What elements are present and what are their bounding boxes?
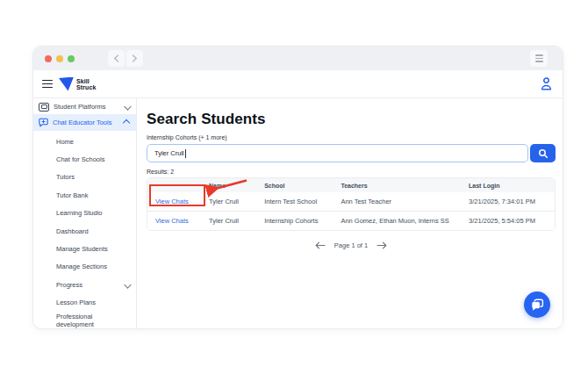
results-table: Name School Teachers Last Login View Cha… <box>147 177 556 231</box>
user-icon <box>540 76 553 91</box>
close-window-button[interactable] <box>45 55 52 62</box>
sidebar-item-home[interactable]: Home <box>33 133 136 150</box>
traffic-lights <box>45 55 75 62</box>
sidebar: Student Platforms Chat Educator Tools Ho… <box>33 98 137 328</box>
chevron-down-icon <box>124 103 131 110</box>
search-button[interactable] <box>530 144 556 162</box>
search-input[interactable]: Tyler Crull <box>147 144 528 162</box>
forward-icon <box>132 54 138 62</box>
cell-school: Internship Cohorts <box>264 217 341 225</box>
sidebar-item-label: Chat Educator Tools <box>53 119 111 126</box>
cell-teachers: Ann Gomez, Ethan Muon, Interns SS <box>341 217 469 225</box>
chat-launcher-icon <box>531 299 544 312</box>
pagination: Page 1 of 1 <box>147 241 556 249</box>
prev-page-button[interactable] <box>315 241 326 249</box>
cell-school: Intern Test School <box>264 198 341 205</box>
table-row: View Chats Tyler Crull Internship Cohort… <box>147 212 555 230</box>
sidebar-toggle-button[interactable] <box>42 80 53 89</box>
view-chats-link[interactable]: View Chats <box>155 217 189 225</box>
sidebar-item-dashboard[interactable]: Dashboard <box>33 222 136 240</box>
next-page-button[interactable] <box>376 241 387 249</box>
account-button[interactable] <box>540 76 553 91</box>
view-chats-link[interactable]: View Chats <box>155 198 189 205</box>
search-icon <box>538 148 549 159</box>
browser-menu-button[interactable] <box>530 50 548 67</box>
text-caret <box>185 149 186 158</box>
logo-text: Skill Struck <box>76 78 96 90</box>
sidebar-item-label: Student Platforms <box>54 103 106 111</box>
sidebar-item-learning-studio[interactable]: Learning Studio <box>33 205 136 222</box>
sidebar-item-chat-for-schools[interactable]: Chat for Schools <box>33 150 136 168</box>
sidebar-subnav: Home Chat for Schools Tutors Tutor Bank … <box>33 133 136 329</box>
logo-triangle-icon <box>59 77 74 91</box>
cell-last-login: 3/21/2025, 7:34:01 PM <box>469 198 555 205</box>
platforms-icon <box>39 103 49 112</box>
sidebar-item-professional-development[interactable]: Professional development <box>33 312 136 329</box>
cell-teachers: Ann Test Teacher <box>341 198 469 205</box>
back-icon <box>113 54 119 62</box>
cohorts-filter-label: Internship Cohorts (+ 1 more) <box>147 134 556 140</box>
chevron-up-icon <box>123 119 130 126</box>
skill-struck-logo[interactable]: Skill Struck <box>59 77 96 91</box>
pagination-label: Page 1 of 1 <box>334 241 368 249</box>
sidebar-item-student-platforms[interactable]: Student Platforms <box>33 99 136 114</box>
chevron-down-icon <box>124 281 131 288</box>
col-teachers: Teachers <box>341 183 469 189</box>
sidebar-item-chat-educator-tools[interactable]: Chat Educator Tools <box>33 114 136 131</box>
sidebar-item-tutor-bank[interactable]: Tutor Bank <box>33 186 136 204</box>
prev-page-icon <box>315 241 326 249</box>
sidebar-item-progress[interactable]: Progress <box>33 276 136 293</box>
minimize-window-button[interactable] <box>56 55 63 62</box>
results-count: Results: 2 <box>147 169 556 175</box>
app-header: Skill Struck <box>33 70 563 98</box>
zoom-window-button[interactable] <box>68 55 75 62</box>
chat-launcher-button[interactable] <box>524 291 550 318</box>
next-page-icon <box>376 241 387 249</box>
cell-name: Tyler Crull <box>209 217 264 225</box>
col-last-login: Last Login <box>469 183 555 189</box>
browser-menu-icon <box>535 54 543 56</box>
cell-name: Tyler Crull <box>209 198 264 205</box>
screenshot-stage: Skill Struck Student Platforms <box>0 0 588 367</box>
sidebar-item-lesson-plans[interactable]: Lesson Plans <box>33 294 136 312</box>
sidebar-item-manage-sections[interactable]: Manage Sections <box>33 258 136 276</box>
hamburger-icon <box>42 80 53 82</box>
browser-window: Skill Struck Student Platforms <box>32 46 563 329</box>
back-button[interactable] <box>108 50 125 67</box>
main-content: Search Students Internship Cohorts (+ 1 … <box>137 98 563 328</box>
page-title: Search Students <box>147 111 556 128</box>
chat-tools-icon <box>39 118 48 127</box>
browser-chrome <box>33 47 563 70</box>
col-name: Name <box>209 183 264 189</box>
sidebar-item-manage-students[interactable]: Manage Students <box>33 240 136 257</box>
table-row: View Chats Tyler Crull Intern Test Schoo… <box>147 192 555 212</box>
table-header: Name School Teachers Last Login <box>147 178 555 192</box>
search-input-value: Tyler Crull <box>154 149 184 157</box>
forward-button[interactable] <box>126 50 143 67</box>
col-school: School <box>264 183 341 189</box>
cell-last-login: 3/21/2025, 5:54:05 PM <box>469 217 555 225</box>
sidebar-item-tutors[interactable]: Tutors <box>33 169 136 186</box>
